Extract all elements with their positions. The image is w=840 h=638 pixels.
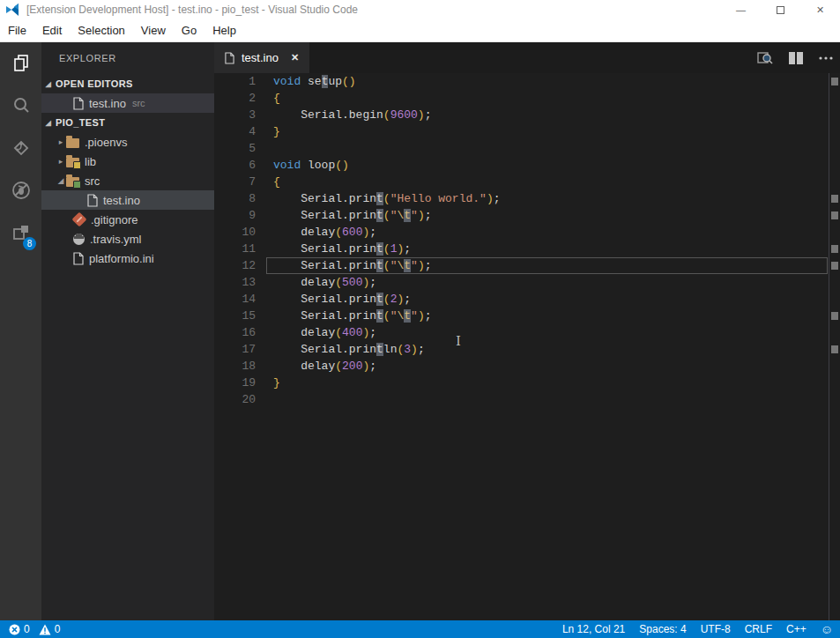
maximize-button[interactable]: [761, 0, 800, 19]
line-number: 18: [214, 358, 256, 375]
line-number: 20: [214, 391, 256, 408]
code-text[interactable]: [256, 140, 273, 157]
code-text[interactable]: delay(200);: [256, 358, 376, 375]
code-text[interactable]: delay(600);: [256, 224, 376, 241]
line-number: 9: [214, 207, 256, 224]
debug-icon[interactable]: [0, 169, 41, 211]
eol-sequence[interactable]: CRLF: [738, 623, 779, 635]
explorer-icon[interactable]: [0, 42, 41, 85]
code-line[interactable]: 2{: [214, 90, 840, 107]
tab-close-icon[interactable]: ✕: [291, 52, 299, 63]
code-line[interactable]: 6void loop(): [214, 157, 840, 174]
code-line[interactable]: 15 Serial.print("\t");: [214, 308, 840, 324]
errors-icon[interactable]: [9, 624, 20, 635]
tree-item-travis-yml[interactable]: .travis.yml: [41, 229, 214, 249]
code-line[interactable]: 1void setup(): [214, 73, 840, 90]
section-open-editors[interactable]: ◢ OPEN EDITORS: [41, 74, 214, 93]
code-area[interactable]: 1void setup()2{3 Serial.begin(9600);4}56…: [214, 73, 840, 620]
code-text[interactable]: delay(500);: [256, 274, 376, 291]
line-number: 5: [214, 140, 256, 157]
code-line[interactable]: 16 delay(400);: [214, 324, 840, 341]
code-text[interactable]: {: [256, 174, 280, 190]
overview-ruler[interactable]: [829, 42, 840, 620]
warnings-count[interactable]: 0: [55, 623, 61, 635]
indentation[interactable]: Spaces: 4: [632, 623, 693, 635]
code-line[interactable]: 9 Serial.print("\t");: [214, 207, 840, 224]
code-line[interactable]: 14 Serial.print(2);: [214, 291, 840, 308]
minimize-button[interactable]: —: [721, 0, 761, 19]
close-button[interactable]: ✕: [800, 0, 840, 19]
line-number: 10: [214, 224, 256, 241]
open-editor-item-test-ino[interactable]: test.ino src: [41, 93, 214, 113]
code-text[interactable]: Serial.print(2);: [256, 291, 411, 308]
code-line[interactable]: 17 Serial.println(3);: [214, 341, 840, 358]
search-icon[interactable]: [0, 85, 41, 127]
code-text[interactable]: Serial.print("\t");: [256, 257, 432, 274]
language-mode[interactable]: C++: [779, 623, 814, 635]
tree-item-gitignore[interactable]: .gitignore: [41, 210, 214, 229]
code-line[interactable]: 4}: [214, 123, 840, 140]
file-icon: [73, 97, 84, 110]
code-text[interactable]: Serial.println(3);: [256, 341, 425, 358]
menu-go[interactable]: Go: [174, 19, 204, 41]
code-line[interactable]: 12 Serial.print("\t");: [214, 257, 840, 274]
errors-count[interactable]: 0: [24, 623, 30, 635]
code-line[interactable]: 11 Serial.print(1);: [214, 241, 840, 257]
window-title: [Extension Development Host] - test.ino …: [26, 4, 358, 16]
code-text[interactable]: [256, 391, 273, 408]
tree-item-lib[interactable]: ▸ lib: [41, 152, 214, 171]
code-text[interactable]: Serial.begin(9600);: [256, 107, 431, 123]
code-line[interactable]: 8 Serial.print("Hello world.");: [214, 190, 840, 207]
code-text[interactable]: {: [256, 90, 280, 107]
folder-icon: [66, 158, 79, 167]
extensions-icon[interactable]: 8: [0, 211, 41, 254]
tree-item-src[interactable]: ◢ src: [41, 171, 214, 190]
code-line[interactable]: 10 delay(600);: [214, 224, 840, 241]
cursor-position[interactable]: Ln 12, Col 21: [555, 623, 632, 635]
menu-help[interactable]: Help: [204, 19, 244, 41]
encoding[interactable]: UTF-8: [694, 623, 738, 635]
code-text[interactable]: Serial.print("Hello world.");: [256, 190, 501, 207]
overview-mark: [831, 312, 838, 320]
title-bar: [Extension Development Host] - test.ino …: [0, 0, 840, 19]
warnings-icon[interactable]: [39, 624, 51, 635]
section-pio-test[interactable]: ◢ PIO_TEST: [41, 113, 214, 132]
git-icon: [72, 212, 87, 227]
code-text[interactable]: }: [256, 375, 280, 391]
code-line[interactable]: 5: [214, 140, 840, 157]
code-line[interactable]: 20: [214, 391, 840, 408]
code-text[interactable]: void loop(): [256, 157, 349, 174]
line-number: 17: [214, 341, 256, 358]
code-text[interactable]: Serial.print("\t");: [256, 308, 432, 324]
chevron-expanded-icon: ◢: [41, 80, 56, 88]
menu-selection[interactable]: Selection: [70, 19, 132, 41]
code-text[interactable]: }: [256, 123, 280, 140]
tab-test-ino[interactable]: test.ino ✕: [214, 42, 309, 73]
line-number: 14: [214, 291, 256, 308]
code-text[interactable]: Serial.print("\t");: [256, 207, 432, 224]
code-text[interactable]: Serial.print(1);: [256, 241, 411, 257]
source-control-icon[interactable]: [0, 127, 41, 169]
code-text[interactable]: void setup(): [256, 73, 356, 90]
code-line[interactable]: 19}: [214, 375, 840, 391]
line-number: 3: [214, 107, 256, 123]
tree-item-platformio-ini[interactable]: platformio.ini: [41, 249, 214, 268]
overview-mark: [831, 195, 838, 203]
code-line[interactable]: 13 delay(500);: [214, 274, 840, 291]
tree-item-test-ino[interactable]: test.ino: [41, 190, 214, 210]
menu-view[interactable]: View: [133, 19, 174, 41]
menu-file[interactable]: File: [0, 19, 34, 41]
overview-mark: [831, 78, 838, 85]
file-detail: src: [132, 98, 145, 108]
code-line[interactable]: 3 Serial.begin(9600);: [214, 107, 840, 123]
code-line[interactable]: 18 delay(200);: [214, 358, 840, 375]
sidebar-title: EXPLORER: [41, 42, 214, 74]
activity-bar: 8: [0, 42, 41, 620]
tree-item-pioenvs[interactable]: ▸ .pioenvs: [41, 132, 214, 152]
menu-edit[interactable]: Edit: [34, 19, 70, 41]
preview-icon[interactable]: [757, 51, 773, 65]
code-line[interactable]: 7{: [214, 174, 840, 190]
code-text[interactable]: delay(400);: [256, 324, 376, 341]
split-editor-icon[interactable]: [789, 52, 803, 64]
feedback-smiley-icon[interactable]: ☺: [814, 622, 840, 636]
